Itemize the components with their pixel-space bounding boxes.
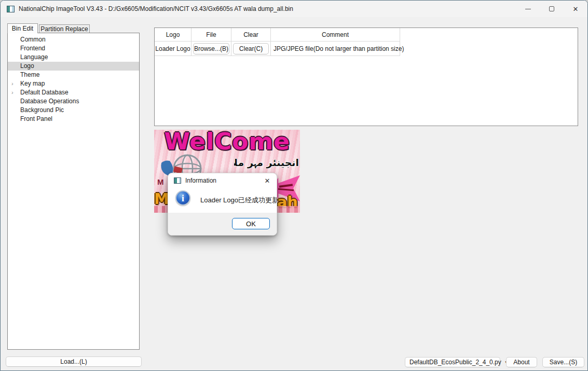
dialog-title: Information xyxy=(185,177,216,184)
logo-table-panel: Logo File Clear Comment Loader Logo Brow… xyxy=(154,28,578,126)
logo-table: Logo File Clear Comment Loader Logo Brow… xyxy=(155,28,578,56)
chevron-right-icon[interactable]: › xyxy=(11,79,18,88)
chevron-right-icon[interactable]: › xyxy=(11,88,18,97)
close-button[interactable]: ✕ xyxy=(564,1,587,17)
load-button[interactable]: Load...(L) xyxy=(6,356,142,367)
database-select[interactable]: DefaultDB_EcosPublic_2_4_0.py ▼ xyxy=(405,357,500,367)
app-icon xyxy=(174,177,181,184)
preview-text-fragment: M xyxy=(154,190,169,208)
close-icon: ✕ xyxy=(265,177,270,185)
column-header-comment: Comment xyxy=(271,28,400,42)
maximize-icon xyxy=(549,6,554,11)
dialog-message: Loader Logo已经成功更新 xyxy=(200,196,277,205)
sidebar-item-key-map[interactable]: ›Key map xyxy=(8,79,139,88)
save-button[interactable]: Save...(S) xyxy=(542,357,584,367)
dialog-footer: OK xyxy=(168,213,277,235)
sidebar-item-background-pic[interactable]: Background Pic xyxy=(8,106,139,115)
sidebar-item-frontend[interactable]: Frontend xyxy=(8,44,139,53)
minimize-button[interactable] xyxy=(516,1,540,17)
sidebar-item-default-database[interactable]: ›Default Database xyxy=(8,88,139,97)
sidebar-item-front-panel[interactable]: Front Panel xyxy=(8,115,139,123)
table-cell-comment: JPG/JPEG file(Do not larger than partiti… xyxy=(271,42,400,56)
preview-welcome-text: WelCome xyxy=(156,130,298,155)
info-icon: i xyxy=(175,190,190,205)
sidebar-item-common[interactable]: Common xyxy=(8,35,139,44)
preview-text-fragment: M xyxy=(157,177,164,186)
table-cell-file: Browse...(B) xyxy=(192,42,231,56)
column-header-file: File xyxy=(192,28,231,42)
preview-urdu-calligraphy: انجینئر مہر ملازم حسین لویانچ xyxy=(234,157,299,169)
title-bar: NationalChip ImageTool V3.43 - D:/Gx6605… xyxy=(1,1,587,17)
ok-button[interactable]: OK xyxy=(232,218,270,229)
maximize-button[interactable] xyxy=(540,1,564,17)
window-title: NationalChip ImageTool V3.43 - D:/Gx6605… xyxy=(19,5,293,12)
about-button[interactable]: About xyxy=(506,357,537,367)
close-icon: ✕ xyxy=(573,5,579,13)
table-cell-logo-name: Loader Logo xyxy=(155,42,192,56)
minimize-icon xyxy=(525,9,531,9)
app-icon xyxy=(7,6,15,12)
tab-partition-replace[interactable]: Partition Replace xyxy=(39,24,90,33)
browse-button[interactable]: Browse...(B) xyxy=(193,43,229,54)
column-header-logo: Logo xyxy=(155,28,192,42)
tab-bin-edit[interactable]: Bin Edit xyxy=(7,23,38,33)
dialog-body: i Loader Logo已经成功更新 xyxy=(168,187,277,214)
sidebar-item-logo[interactable]: Logo xyxy=(8,62,139,71)
sidebar-item-database-operations[interactable]: Database Operations xyxy=(8,97,139,106)
app-window: NationalChip ImageTool V3.43 - D:/Gx6605… xyxy=(0,0,588,371)
dialog-title-bar: Information ✕ xyxy=(168,173,277,187)
sidebar-tree: Common Frontend Language Logo Theme ›Key… xyxy=(7,33,140,350)
column-header-clear: Clear xyxy=(231,28,271,42)
dialog-close-button[interactable]: ✕ xyxy=(263,176,272,185)
sidebar-item-language[interactable]: Language xyxy=(8,53,139,62)
table-cell-clear: Clear(C) xyxy=(231,42,271,56)
window-controls: ✕ xyxy=(516,1,587,17)
clear-button[interactable]: Clear(C) xyxy=(233,43,269,54)
information-dialog: Information ✕ i Loader Logo已经成功更新 OK xyxy=(168,173,277,236)
database-select-value: DefaultDB_EcosPublic_2_4_0.py xyxy=(409,359,501,366)
sidebar-item-theme[interactable]: Theme xyxy=(8,71,139,79)
